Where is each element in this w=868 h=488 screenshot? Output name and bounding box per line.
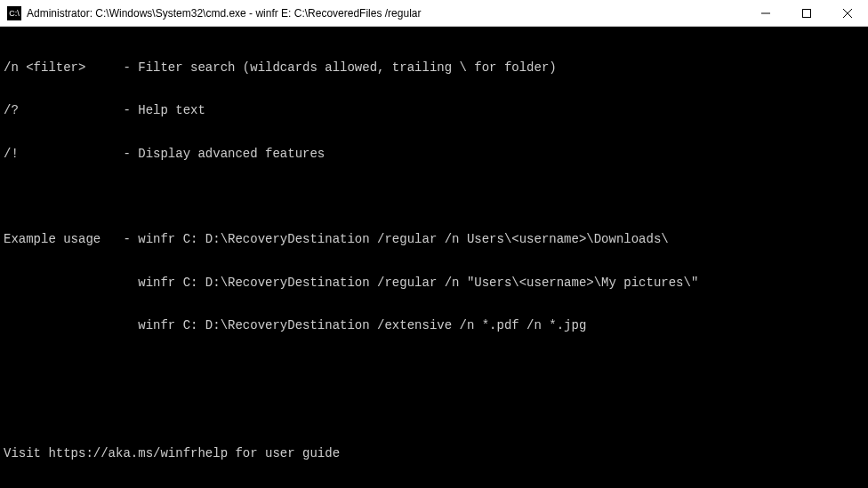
cmd-icon: C:\ (7, 6, 21, 20)
terminal-output[interactable]: /n <filter> - Filter search (wildcards a… (0, 27, 868, 488)
close-button[interactable] (827, 0, 868, 26)
output-line: /n <filter> - Filter search (wildcards a… (4, 60, 864, 75)
output-line: /! - Display advanced features (4, 147, 864, 161)
output-line: Example usage - winfr C: D:\RecoveryDest… (4, 232, 864, 246)
window-titlebar: C:\ Administrator: C:\Windows\System32\c… (0, 0, 868, 27)
output-line (4, 404, 864, 418)
output-line (4, 189, 864, 204)
output-line: winfr C: D:\RecoveryDestination /extensi… (4, 318, 864, 332)
window-controls (745, 0, 868, 26)
window-title: Administrator: C:\Windows\System32\cmd.e… (27, 7, 745, 20)
output-line: Visit https://aka.ms/winfrhelp for user … (4, 446, 864, 460)
minimize-button[interactable] (745, 0, 786, 26)
output-line (4, 361, 864, 375)
maximize-button[interactable] (786, 0, 827, 26)
svg-rect-1 (803, 9, 811, 17)
output-line: winfr C: D:\RecoveryDestination /regular… (4, 276, 864, 290)
output-line: /? - Help text (4, 103, 864, 117)
